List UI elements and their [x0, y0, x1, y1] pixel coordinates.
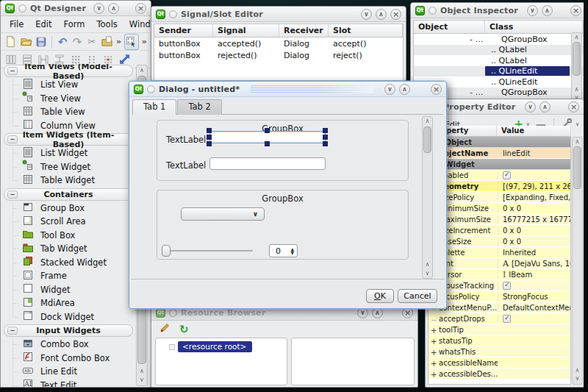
close-button[interactable]	[568, 101, 579, 113]
object-inspector-scrollbar[interactable]: ∧ ∧ ∨	[571, 32, 582, 103]
ok-button[interactable]: OK	[366, 289, 394, 303]
object-row[interactable]: - …QGroupBox	[414, 34, 583, 45]
property-row[interactable]: sizeIncrement0 x 0	[429, 225, 570, 236]
widget-box-section-header[interactable]: − Input Widgets	[4, 324, 133, 337]
widget-box-item[interactable]: Stacked Widget	[2, 256, 135, 270]
property-row[interactable]: objectNamelineEdit	[429, 148, 570, 159]
toolbar-overflow-icon-2[interactable]: »	[142, 37, 147, 46]
property-row[interactable]: enabled	[429, 170, 570, 181]
close-button[interactable]	[431, 84, 442, 95]
checkbox-checked-icon[interactable]	[503, 282, 511, 290]
tree-expander-icon[interactable]	[169, 344, 175, 350]
property-table-header[interactable]: Property Value	[428, 126, 571, 137]
shade-button[interactable]	[361, 9, 372, 20]
unshade-button[interactable]	[542, 5, 553, 16]
property-row[interactable]: toolTip	[429, 324, 570, 335]
dialog-title-bar[interactable]: Qt Dialog - untitled*	[129, 82, 446, 97]
close-button[interactable]	[570, 5, 581, 16]
slider-groove[interactable]	[166, 250, 253, 252]
open-folder-icon[interactable]	[20, 35, 32, 49]
widget-box-item[interactable]: MdiArea	[2, 296, 135, 310]
widget-box-item[interactable]: Tree Widget	[2, 160, 135, 174]
widget-box-item[interactable]: Column View	[2, 119, 135, 133]
widget-box-section-header[interactable]: − Item Views (Model-Based)	[4, 65, 133, 77]
property-row[interactable]: font[DejaVu Sans, 10]	[429, 258, 570, 269]
property-row[interactable]: whatsThis	[429, 346, 570, 357]
close-button[interactable]	[135, 3, 146, 14]
checkbox-checked-icon[interactable]	[503, 315, 511, 323]
groupbox-1[interactable]: GroupBox	[157, 120, 409, 181]
redo-icon[interactable]: ↷	[71, 35, 83, 49]
collapse-icon[interactable]: −	[7, 190, 18, 199]
widget-box-item[interactable]: Combo Box	[2, 338, 135, 352]
tab-1[interactable]: Tab 1	[132, 99, 176, 115]
checkbox-checked-icon[interactable]	[503, 171, 511, 179]
property-row[interactable]: focusPolicyStrongFocus	[429, 291, 570, 302]
slider-handle[interactable]	[162, 245, 171, 257]
property-row[interactable]: geometry[(97, 29), 211 x 26]	[429, 181, 570, 192]
cut-icon[interactable]: ✂	[86, 35, 98, 49]
property-row[interactable]: baseSize0 x 0	[429, 236, 570, 247]
shade-button[interactable]	[527, 5, 538, 16]
widget-box-item[interactable]: Table View	[2, 105, 135, 119]
tab-2[interactable]: Tab 2	[177, 99, 221, 115]
resource-files-panel[interactable]	[291, 338, 415, 385]
text-label-1[interactable]: TextLabel	[166, 135, 206, 145]
cancel-button[interactable]: Cancel	[398, 289, 437, 303]
object-row-selected[interactable]: .. QLineEdit	[414, 66, 583, 77]
shade-button[interactable]	[93, 3, 104, 14]
text-label-2[interactable]: TextLabel	[166, 160, 206, 171]
widget-box-item[interactable]: Dock Widget	[2, 310, 135, 324]
property-row[interactable]: accessibleDes...	[429, 368, 570, 379]
widget-box-item[interactable]: Tool Box	[2, 229, 135, 243]
object-row[interactable]: .. QLabel	[414, 55, 583, 66]
shade-button[interactable]	[525, 101, 536, 113]
property-row[interactable]: minimumSize0 x 0	[429, 203, 570, 214]
close-button[interactable]	[390, 9, 401, 20]
edit-resources-pencil-icon[interactable]	[159, 322, 171, 337]
menu-edit[interactable]: Edit	[29, 18, 57, 31]
widget-box-item[interactable]: Scroll Area	[2, 215, 135, 229]
object-inspector-title-bar[interactable]: Qt Object Inspector	[411, 3, 586, 18]
property-row[interactable]: contextMenuP...DefaultContextMenu	[429, 302, 570, 313]
signal-slot-header[interactable]: Sender Signal Receiver Slot	[154, 24, 403, 38]
menu-tools[interactable]: Tools	[91, 18, 123, 31]
window-menu-button[interactable]	[429, 7, 437, 15]
object-inspector-header[interactable]: Object Class	[414, 21, 583, 34]
widget-box-item[interactable]: List Widget	[2, 146, 135, 160]
toolbar-overflow-icon[interactable]: »	[116, 37, 121, 46]
resource-root-row[interactable]: <resource root>	[169, 341, 252, 352]
property-row[interactable]: acceptDrops	[429, 313, 570, 324]
combo-box[interactable]: ∨	[181, 207, 265, 221]
unshade-button[interactable]	[376, 9, 387, 20]
widget-box-item[interactable]: Frame	[2, 269, 135, 283]
collapse-icon[interactable]: −	[7, 135, 18, 143]
widget-box-item[interactable]: Text Edit	[2, 379, 135, 388]
widget-box-item[interactable]: Group Box	[2, 202, 135, 215]
menu-file[interactable]: File	[4, 18, 29, 31]
new-file-icon[interactable]	[4, 35, 17, 49]
spin-arrows-icon[interactable]: ▲▼	[290, 247, 297, 254]
widget-box-item[interactable]: Table Widget	[2, 174, 135, 188]
property-editor-title-bar[interactable]: Qt Property Editor	[426, 99, 584, 115]
property-row[interactable]: sizePolicy[Expanding, Fixed, 0, 0]	[429, 192, 570, 203]
line-edit-2[interactable]	[209, 157, 326, 170]
widget-box-section-header[interactable]: − Containers	[4, 188, 133, 201]
menu-form[interactable]: Form	[58, 18, 91, 31]
undo-icon[interactable]: ↶	[57, 35, 68, 49]
collapse-icon[interactable]: −	[7, 327, 18, 335]
unshade-button[interactable]	[539, 101, 551, 113]
dialog-scrollbar[interactable]: ∧ ∧ ∨	[422, 116, 433, 279]
collapse-icon[interactable]: −	[7, 67, 18, 75]
paste-icon[interactable]	[101, 35, 113, 49]
property-group-row[interactable]: QObject	[429, 137, 570, 148]
edit-widgets-mode-button[interactable]	[124, 34, 139, 50]
signal-slot-row[interactable]: buttonBox accepted() Dialog accept()	[154, 38, 403, 49]
property-row[interactable]: statusTip	[429, 335, 570, 346]
unshade-button[interactable]	[108, 3, 119, 14]
window-menu-button[interactable]	[169, 309, 177, 317]
signal-slot-row[interactable]: buttonBox rejected() Dialog reject()	[154, 49, 403, 61]
shade-button[interactable]	[384, 84, 395, 95]
widget-box-item[interactable]: Tab Widget	[2, 242, 135, 256]
save-icon[interactable]	[35, 35, 47, 49]
